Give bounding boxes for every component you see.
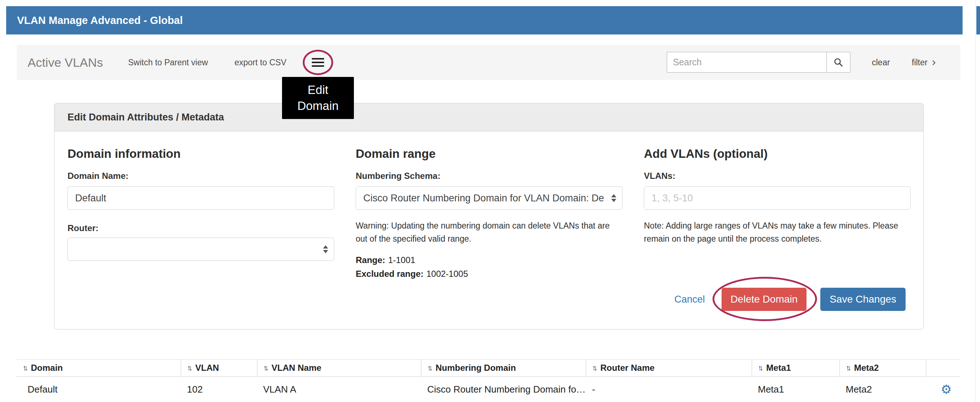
vlans-label: VLANs:	[644, 170, 911, 181]
panel-actions: Cancel Delete Domain Save Changes	[644, 288, 911, 311]
router-label: Router:	[67, 223, 334, 234]
add-vlans-heading: Add VLANs (optional)	[644, 146, 911, 161]
col-header-vlan-name[interactable]: ↑↓ VLAN Name	[257, 359, 422, 376]
save-changes-button[interactable]: Save Changes	[820, 288, 905, 311]
router-select[interactable]	[67, 238, 334, 261]
cell-domain: Default	[17, 384, 181, 395]
scrollbar-track	[975, 0, 976, 402]
hamburger-menu-icon[interactable]	[312, 58, 324, 67]
sort-icon: ↑↓	[187, 364, 192, 372]
numbering-schema-label: Numbering Schema:	[356, 170, 622, 181]
col-header-label: Meta1	[766, 363, 791, 373]
table-header-row: ↑↓ Domain ↑↓ VLAN ↑↓ VLAN Name ↑↓ Number…	[17, 359, 960, 377]
filter-link[interactable]: filter ›	[912, 57, 936, 67]
cell-actions: ⚙	[926, 383, 960, 396]
col-header-label: Domain	[31, 363, 63, 373]
export-csv-link[interactable]: export to CSV	[234, 58, 286, 67]
toolbar: Active VLANs Switch to Parent view expor…	[17, 45, 960, 80]
gear-icon[interactable]: ⚙	[941, 383, 952, 396]
edit-domain-tooltip: Edit Domain	[282, 77, 354, 119]
panel-body: Domain information Domain Name: Router: …	[54, 131, 923, 311]
excluded-range-label: Excluded range:	[356, 269, 423, 279]
cancel-link[interactable]: Cancel	[675, 294, 705, 305]
cell-meta2: Meta2	[840, 384, 926, 395]
domain-name-label: Domain Name:	[67, 170, 334, 181]
sort-icon: ↑↓	[758, 364, 763, 372]
sort-icon: ↑↓	[846, 364, 850, 372]
excluded-range-line: Excluded range:1002-1005	[356, 269, 622, 280]
updown-arrows-icon	[611, 194, 616, 202]
scrollbar-thumb[interactable]	[976, 6, 980, 35]
add-vlans-section: Add VLANs (optional) VLANs: Note: Adding…	[644, 131, 911, 311]
range-line: Range:1-1001	[356, 255, 622, 265]
vlans-note-text: Note: Adding large ranges of VLANs may t…	[644, 219, 911, 245]
col-header-label: Router Name	[600, 363, 654, 373]
sort-icon: ↑↓	[22, 364, 27, 372]
active-vlans-heading: Active VLANs	[28, 56, 103, 70]
numbering-warning-text: Warning: Updating the numbering domain c…	[356, 219, 622, 245]
vlan-table: ↑↓ Domain ↑↓ VLAN ↑↓ VLAN Name ↑↓ Number…	[17, 359, 960, 402]
cell-vlan-name: VLAN A	[257, 384, 422, 395]
switch-parent-view-link[interactable]: Switch to Parent view	[128, 58, 208, 67]
numbering-schema-value: Cisco Router Numbering Domain for VLAN D…	[363, 193, 604, 204]
col-header-label: VLAN Name	[272, 363, 321, 373]
excluded-range-value: 1002-1005	[426, 269, 468, 279]
search-button[interactable]	[826, 52, 850, 73]
col-header-label: VLAN	[195, 363, 219, 373]
domain-name-input[interactable]	[67, 186, 334, 210]
panel-title: Edit Domain Attributes / Metadata	[67, 112, 224, 123]
col-header-numbering-domain[interactable]: ↑↓ Numbering Domain	[422, 359, 586, 376]
domain-information-section: Domain information Domain Name: Router:	[67, 131, 334, 311]
search-icon	[834, 57, 843, 67]
col-header-vlan[interactable]: ↑↓ VLAN	[181, 359, 257, 376]
clear-link[interactable]: clear	[872, 58, 890, 67]
cell-meta1: Meta1	[752, 384, 840, 395]
cell-vlan: 102	[181, 384, 257, 395]
vlans-input[interactable]	[644, 186, 911, 210]
col-header-router-name[interactable]: ↑↓ Router Name	[586, 359, 752, 376]
delete-domain-button[interactable]: Delete Domain	[722, 288, 807, 311]
search-group	[667, 52, 850, 73]
updown-arrows-icon	[323, 245, 328, 253]
col-header-domain[interactable]: ↑↓ Domain	[17, 359, 181, 376]
col-header-label: Meta2	[854, 363, 879, 373]
title-bar: VLAN Manage Advanced - Global	[6, 6, 963, 35]
hamburger-bar	[312, 62, 324, 63]
col-header-meta2[interactable]: ↑↓ Meta2	[840, 359, 926, 376]
cell-router-name: -	[586, 384, 752, 395]
col-header-meta1[interactable]: ↑↓ Meta1	[752, 359, 840, 376]
hamburger-bar	[312, 58, 324, 59]
search-input[interactable]	[667, 52, 826, 73]
cell-numbering-domain: Cisco Router Numbering Domain for …	[422, 384, 586, 395]
hamburger-bar	[312, 65, 324, 67]
edit-domain-panel: Edit Domain Attributes / Metadata Domain…	[54, 103, 924, 329]
sort-icon: ↑↓	[263, 364, 268, 372]
panel-header: Edit Domain Attributes / Metadata	[54, 103, 923, 131]
range-value: 1-1001	[388, 255, 415, 265]
tooltip-text: Edit Domain	[293, 82, 344, 114]
domain-information-heading: Domain information	[67, 146, 334, 161]
sort-icon: ↑↓	[427, 364, 432, 372]
col-header-actions	[926, 359, 960, 376]
sort-icon: ↑↓	[592, 364, 597, 372]
domain-range-heading: Domain range	[356, 146, 622, 161]
numbering-schema-select[interactable]: Cisco Router Numbering Domain for VLAN D…	[356, 186, 622, 210]
filter-label: filter	[912, 58, 928, 67]
col-header-label: Numbering Domain	[436, 363, 516, 373]
table-row[interactable]: Default 102 VLAN A Cisco Router Numberin…	[17, 377, 960, 402]
chevron-right-icon: ›	[932, 56, 936, 67]
page-title: VLAN Manage Advanced - Global	[17, 14, 183, 27]
range-label: Range:	[356, 255, 385, 265]
domain-range-section: Domain range Numbering Schema: Cisco Rou…	[356, 131, 622, 311]
